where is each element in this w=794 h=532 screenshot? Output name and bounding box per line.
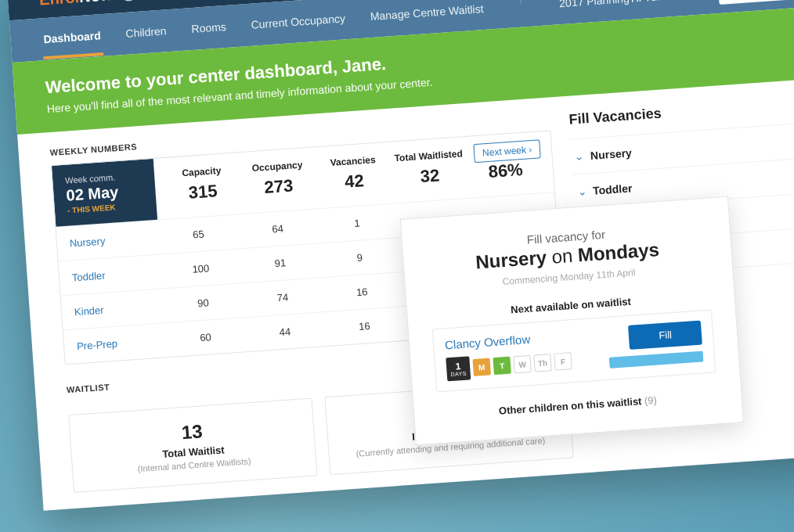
logo-enrol: Enrol — [38, 0, 80, 8]
day-w: W — [513, 355, 531, 373]
tab-current-occupancy[interactable]: Current Occupancy — [248, 0, 348, 45]
week-box: Week comm. 02 May - THIS WEEK — [52, 159, 157, 227]
fill-button[interactable]: Fill — [628, 321, 702, 350]
tab-rooms[interactable]: Rooms — [189, 6, 229, 49]
waitlist-total-card: 13 Total Waitlist (Internal and Centre W… — [68, 397, 317, 493]
day-f: F — [554, 352, 572, 370]
day-m: M — [472, 358, 490, 376]
day-t: T — [493, 357, 511, 375]
secondary-action-button[interactable] — [609, 350, 704, 368]
logo-now: Now — [78, 0, 113, 5]
chevron-down-icon: ⌄ — [577, 185, 587, 198]
chevron-down-icon: ⌄ — [574, 149, 584, 163]
modal-other-children: Other children on this waitlist (9) — [438, 390, 718, 421]
logo-at: @ Tania Test CC — [121, 0, 239, 2]
fill-vacancy-modal: Fill vacancy for Nursery on Mondays Comm… — [400, 196, 744, 446]
nav-divider — [520, 0, 522, 5]
tab-dashboard[interactable]: Dashboard — [41, 15, 104, 59]
day-th: Th — [533, 354, 551, 372]
search-box[interactable]: 🔍 — [718, 0, 794, 5]
user-greeting: Hi Yuki Izumi ✲ — [630, 0, 706, 5]
candidate-name[interactable]: Clancy Overflow — [445, 329, 571, 351]
fill-vacancies-title: Fill Vacancies — [568, 92, 794, 128]
candidate-card: Clancy Overflow 1 DAYS M T W Th F Fi — [432, 310, 716, 393]
tab-children[interactable]: Children — [123, 10, 170, 54]
days-count-badge: 1 DAYS — [446, 356, 471, 381]
app-window: EnrolNow @ Tania Test CC Dashboard Child… — [7, 0, 794, 511]
